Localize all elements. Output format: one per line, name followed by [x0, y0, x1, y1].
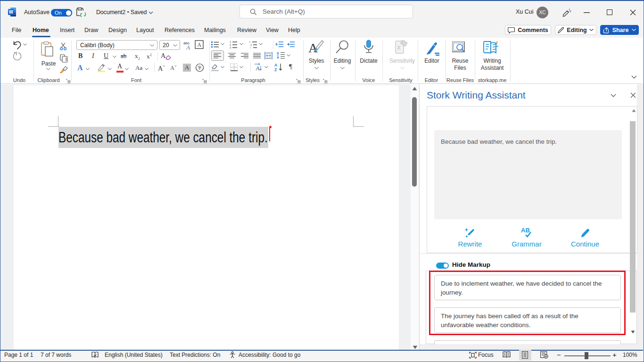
svg-text:A: A	[256, 65, 260, 72]
svg-text:A: A	[186, 44, 190, 50]
svg-text:Z: Z	[274, 67, 277, 72]
svg-text:AB: AB	[521, 227, 530, 234]
svg-text:W: W	[9, 9, 14, 15]
svg-text:A: A	[197, 41, 201, 48]
svg-text:i: i	[250, 46, 251, 49]
svg-text:A: A	[274, 63, 277, 67]
svg-text:字: 字	[198, 66, 202, 70]
svg-text:3: 3	[230, 46, 231, 49]
